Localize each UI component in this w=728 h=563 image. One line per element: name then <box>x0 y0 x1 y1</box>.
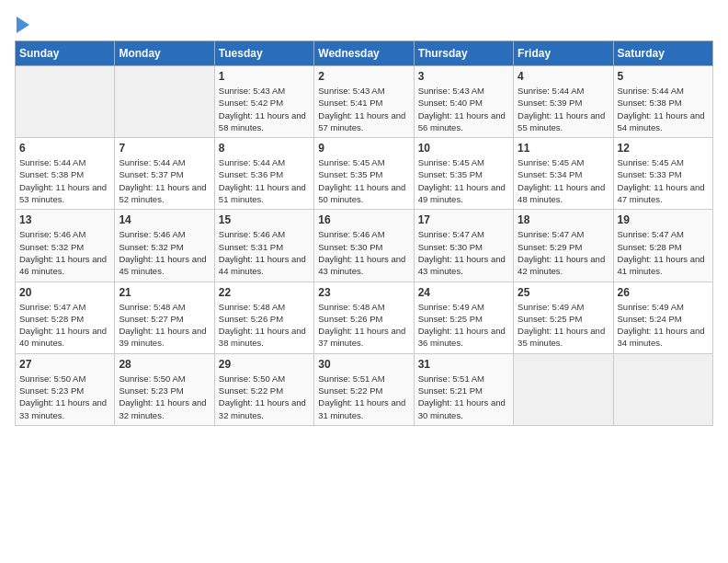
day-number: 5 <box>618 70 709 83</box>
day-number: 24 <box>418 286 509 299</box>
calendar-week-row: 1Sunrise: 5:43 AMSunset: 5:42 PMDaylight… <box>16 66 713 138</box>
day-number: 7 <box>119 142 210 155</box>
cell-content: Sunrise: 5:50 AMSunset: 5:23 PMDaylight:… <box>119 373 210 421</box>
calendar-cell: 18Sunrise: 5:47 AMSunset: 5:29 PMDayligh… <box>514 210 613 282</box>
cell-content: Sunrise: 5:47 AMSunset: 5:28 PMDaylight:… <box>19 301 110 350</box>
calendar-cell <box>115 66 214 138</box>
page-header <box>15 15 713 33</box>
day-number: 1 <box>219 70 310 83</box>
day-number: 11 <box>518 142 609 155</box>
day-number: 31 <box>418 358 509 371</box>
cell-content: Sunrise: 5:49 AMSunset: 5:24 PMDaylight:… <box>618 301 709 350</box>
cell-content: Sunrise: 5:51 AMSunset: 5:22 PMDaylight:… <box>318 373 409 421</box>
day-number: 28 <box>119 358 210 371</box>
cell-content: Sunrise: 5:50 AMSunset: 5:22 PMDaylight:… <box>219 373 310 421</box>
calendar-cell: 1Sunrise: 5:43 AMSunset: 5:42 PMDaylight… <box>214 66 313 138</box>
calendar-week-row: 6Sunrise: 5:44 AMSunset: 5:38 PMDaylight… <box>16 138 713 210</box>
calendar-cell: 13Sunrise: 5:46 AMSunset: 5:32 PMDayligh… <box>16 210 115 282</box>
day-number: 26 <box>618 286 709 299</box>
calendar-cell: 27Sunrise: 5:50 AMSunset: 5:23 PMDayligh… <box>16 353 115 425</box>
day-number: 10 <box>418 142 509 155</box>
day-number: 19 <box>618 213 709 226</box>
cell-content: Sunrise: 5:46 AMSunset: 5:31 PMDaylight:… <box>219 228 310 277</box>
weekday-header-wednesday: Wednesday <box>314 41 414 66</box>
calendar-cell: 7Sunrise: 5:44 AMSunset: 5:37 PMDaylight… <box>115 138 214 210</box>
calendar-cell: 16Sunrise: 5:46 AMSunset: 5:30 PMDayligh… <box>314 210 414 282</box>
cell-content: Sunrise: 5:46 AMSunset: 5:32 PMDaylight:… <box>19 228 110 277</box>
calendar-cell <box>16 66 115 138</box>
calendar-cell: 5Sunrise: 5:44 AMSunset: 5:38 PMDaylight… <box>613 66 712 138</box>
calendar-cell: 8Sunrise: 5:44 AMSunset: 5:36 PMDaylight… <box>214 138 313 210</box>
day-number: 29 <box>219 358 310 371</box>
calendar-cell: 25Sunrise: 5:49 AMSunset: 5:25 PMDayligh… <box>514 282 613 353</box>
calendar-cell: 31Sunrise: 5:51 AMSunset: 5:21 PMDayligh… <box>414 353 513 425</box>
calendar-cell: 10Sunrise: 5:45 AMSunset: 5:35 PMDayligh… <box>414 138 513 210</box>
day-number: 16 <box>318 213 409 226</box>
calendar-cell <box>514 353 613 425</box>
logo-arrow-icon <box>17 17 29 33</box>
calendar-cell: 4Sunrise: 5:44 AMSunset: 5:39 PMDaylight… <box>514 66 613 138</box>
cell-content: Sunrise: 5:44 AMSunset: 5:37 PMDaylight:… <box>119 156 210 205</box>
calendar-cell: 21Sunrise: 5:48 AMSunset: 5:27 PMDayligh… <box>115 282 214 353</box>
calendar-header-row: SundayMondayTuesdayWednesdayThursdayFrid… <box>16 41 713 66</box>
cell-content: Sunrise: 5:44 AMSunset: 5:38 PMDaylight:… <box>19 156 110 205</box>
day-number: 20 <box>19 286 110 299</box>
weekday-header-saturday: Saturday <box>613 41 712 66</box>
cell-content: Sunrise: 5:48 AMSunset: 5:27 PMDaylight:… <box>119 301 210 350</box>
day-number: 12 <box>618 142 709 155</box>
calendar-cell: 23Sunrise: 5:48 AMSunset: 5:26 PMDayligh… <box>314 282 414 353</box>
day-number: 21 <box>119 286 210 299</box>
day-number: 15 <box>219 213 310 226</box>
cell-content: Sunrise: 5:44 AMSunset: 5:36 PMDaylight:… <box>219 156 310 205</box>
day-number: 18 <box>518 213 609 226</box>
calendar-cell: 11Sunrise: 5:45 AMSunset: 5:34 PMDayligh… <box>514 138 613 210</box>
cell-content: Sunrise: 5:45 AMSunset: 5:35 PMDaylight:… <box>318 156 409 205</box>
day-number: 8 <box>219 142 310 155</box>
calendar-cell: 24Sunrise: 5:49 AMSunset: 5:25 PMDayligh… <box>414 282 513 353</box>
day-number: 4 <box>518 70 609 83</box>
cell-content: Sunrise: 5:51 AMSunset: 5:21 PMDaylight:… <box>418 373 509 421</box>
calendar-week-row: 13Sunrise: 5:46 AMSunset: 5:32 PMDayligh… <box>16 210 713 282</box>
cell-content: Sunrise: 5:43 AMSunset: 5:41 PMDaylight:… <box>318 85 409 133</box>
calendar-cell: 26Sunrise: 5:49 AMSunset: 5:24 PMDayligh… <box>613 282 712 353</box>
calendar-cell: 19Sunrise: 5:47 AMSunset: 5:28 PMDayligh… <box>613 210 712 282</box>
calendar-cell: 22Sunrise: 5:48 AMSunset: 5:26 PMDayligh… <box>214 282 313 353</box>
calendar-week-row: 20Sunrise: 5:47 AMSunset: 5:28 PMDayligh… <box>16 282 713 353</box>
day-number: 23 <box>318 286 409 299</box>
cell-content: Sunrise: 5:45 AMSunset: 5:33 PMDaylight:… <box>618 156 709 205</box>
calendar-cell: 29Sunrise: 5:50 AMSunset: 5:22 PMDayligh… <box>214 353 313 425</box>
weekday-header-monday: Monday <box>115 41 214 66</box>
day-number: 2 <box>318 70 409 83</box>
cell-content: Sunrise: 5:46 AMSunset: 5:30 PMDaylight:… <box>318 228 409 277</box>
calendar-cell: 30Sunrise: 5:51 AMSunset: 5:22 PMDayligh… <box>314 353 414 425</box>
calendar-cell: 9Sunrise: 5:45 AMSunset: 5:35 PMDaylight… <box>314 138 414 210</box>
calendar-cell: 17Sunrise: 5:47 AMSunset: 5:30 PMDayligh… <box>414 210 513 282</box>
calendar-cell: 20Sunrise: 5:47 AMSunset: 5:28 PMDayligh… <box>16 282 115 353</box>
calendar-cell: 12Sunrise: 5:45 AMSunset: 5:33 PMDayligh… <box>613 138 712 210</box>
cell-content: Sunrise: 5:50 AMSunset: 5:23 PMDaylight:… <box>19 373 110 421</box>
cell-content: Sunrise: 5:43 AMSunset: 5:42 PMDaylight:… <box>219 85 310 133</box>
cell-content: Sunrise: 5:45 AMSunset: 5:34 PMDaylight:… <box>518 156 609 205</box>
calendar-cell: 3Sunrise: 5:43 AMSunset: 5:40 PMDaylight… <box>414 66 513 138</box>
weekday-header-sunday: Sunday <box>16 41 115 66</box>
calendar-cell: 2Sunrise: 5:43 AMSunset: 5:41 PMDaylight… <box>314 66 414 138</box>
cell-content: Sunrise: 5:48 AMSunset: 5:26 PMDaylight:… <box>219 301 310 350</box>
day-number: 25 <box>518 286 609 299</box>
calendar-cell: 14Sunrise: 5:46 AMSunset: 5:32 PMDayligh… <box>115 210 214 282</box>
cell-content: Sunrise: 5:47 AMSunset: 5:28 PMDaylight:… <box>618 228 709 277</box>
cell-content: Sunrise: 5:49 AMSunset: 5:25 PMDaylight:… <box>418 301 509 350</box>
calendar-table: SundayMondayTuesdayWednesdayThursdayFrid… <box>15 40 713 426</box>
day-number: 14 <box>119 213 210 226</box>
day-number: 3 <box>418 70 509 83</box>
weekday-header-thursday: Thursday <box>414 41 513 66</box>
cell-content: Sunrise: 5:44 AMSunset: 5:38 PMDaylight:… <box>618 85 709 133</box>
cell-content: Sunrise: 5:46 AMSunset: 5:32 PMDaylight:… <box>119 228 210 277</box>
cell-content: Sunrise: 5:43 AMSunset: 5:40 PMDaylight:… <box>418 85 509 133</box>
calendar-cell: 15Sunrise: 5:46 AMSunset: 5:31 PMDayligh… <box>214 210 313 282</box>
cell-content: Sunrise: 5:47 AMSunset: 5:29 PMDaylight:… <box>518 228 609 277</box>
calendar-cell: 6Sunrise: 5:44 AMSunset: 5:38 PMDaylight… <box>16 138 115 210</box>
day-number: 17 <box>418 213 509 226</box>
day-number: 30 <box>318 358 409 371</box>
cell-content: Sunrise: 5:48 AMSunset: 5:26 PMDaylight:… <box>318 301 409 350</box>
cell-content: Sunrise: 5:45 AMSunset: 5:35 PMDaylight:… <box>418 156 509 205</box>
